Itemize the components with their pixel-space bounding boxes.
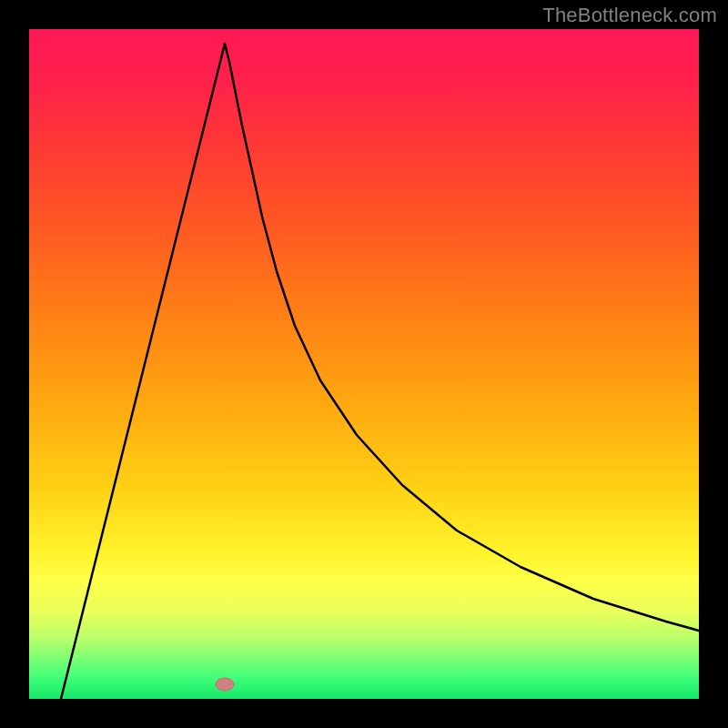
plot-area (29, 29, 699, 699)
chart-svg (29, 29, 699, 699)
watermark-text: TheBottleneck.com (542, 4, 717, 27)
gradient-background (29, 29, 699, 699)
chart-frame: TheBottleneck.com (0, 0, 728, 728)
minimum-marker (216, 678, 234, 691)
